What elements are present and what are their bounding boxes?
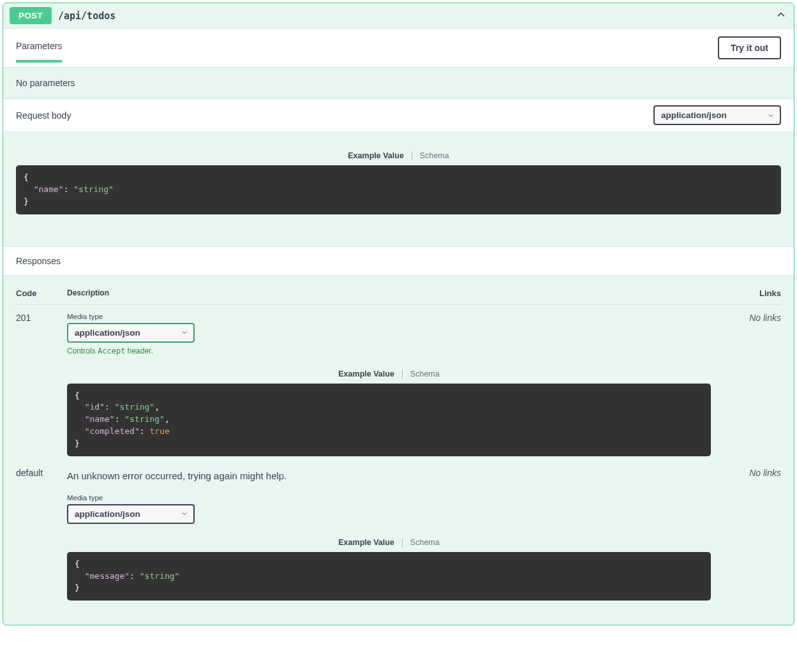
code-string: "string" [73, 184, 114, 194]
code-bool: true [149, 426, 169, 436]
response-201-tabs: Example Value Schema [67, 370, 711, 378]
response-default-tabs: Example Value Schema [67, 538, 711, 547]
note-code: Accept [98, 347, 125, 355]
no-parameters-text: No parameters [3, 67, 794, 99]
code-string: "string" [140, 571, 180, 581]
response-links: No links [711, 468, 781, 478]
responses-table-header: Code Description Links [16, 288, 781, 305]
request-example-code: { "name": "string" } [16, 165, 781, 214]
code-brace: { [75, 559, 80, 569]
request-body-label: Request body [16, 110, 71, 121]
response-201-example-code: { "id": "string", "name": "string", "com… [67, 384, 711, 456]
response-code: default [16, 468, 67, 478]
operation-header[interactable]: POST /api/todos [3, 3, 794, 28]
chevron-up-icon [775, 8, 787, 23]
operation-path: /api/todos [58, 10, 775, 22]
code-string: "string" [124, 414, 165, 424]
accept-header-note: Controls Accept header. [67, 347, 711, 355]
responses-label: Responses [16, 256, 61, 266]
note-pre: Controls [67, 347, 98, 355]
request-body-tabs: Example Value Schema [16, 151, 781, 160]
response-description-col: An unknown error occurred, trying again … [67, 468, 711, 601]
media-type-label: Media type [67, 313, 711, 320]
code-key: "message" [85, 571, 130, 581]
code-brace: } [75, 583, 80, 592]
media-type-value: application/json [75, 328, 140, 338]
tab-schema[interactable]: Schema [412, 151, 457, 160]
http-method-badge: POST [10, 7, 52, 24]
responses-table: Code Description Links 201 Media type ap… [3, 276, 794, 625]
request-body-area: Example Value Schema { "name": "string" … [3, 132, 794, 246]
content-type-select[interactable]: application/json [653, 105, 781, 125]
tab-example-value[interactable]: Example Value [340, 151, 412, 160]
code-string: "string" [115, 402, 155, 412]
code-brace: } [24, 197, 29, 206]
media-type-label: Media type [67, 494, 711, 502]
code-key: "name" [34, 184, 64, 194]
operation-block: POST /api/todos Parameters Try it out No… [3, 3, 794, 625]
tab-schema[interactable]: Schema [403, 370, 447, 378]
response-links: No links [711, 313, 781, 323]
media-type-value: application/json [75, 509, 140, 519]
code-key: "completed" [85, 426, 140, 436]
code-key: "id" [85, 402, 105, 412]
tab-example-value[interactable]: Example Value [331, 370, 403, 378]
media-type-select-default[interactable]: application/json [67, 504, 195, 524]
response-row-201: 201 Media type application/json Controls… [16, 313, 781, 456]
media-type-select-201[interactable]: application/json [67, 323, 195, 343]
response-code: 201 [16, 313, 67, 323]
code-brace: { [24, 172, 29, 182]
try-it-out-button[interactable]: Try it out [718, 36, 781, 59]
col-description: Description [67, 288, 711, 298]
response-row-default: default An unknown error occurred, tryin… [16, 468, 781, 601]
response-description-col: Media type application/json Controls Acc… [67, 313, 711, 456]
parameters-header: Parameters Try it out [3, 28, 794, 67]
code-key: "name" [85, 414, 115, 424]
parameters-tab[interactable]: Parameters [16, 41, 62, 63]
note-post: header. [125, 347, 153, 355]
col-links: Links [711, 288, 781, 298]
response-default-description: An unknown error occurred, trying again … [67, 470, 711, 481]
code-brace: { [75, 391, 80, 400]
responses-header: Responses [3, 246, 794, 276]
response-default-example-code: { "message": "string" } [67, 552, 711, 601]
tab-example-value[interactable]: Example Value [331, 538, 403, 547]
request-body-header: Request body application/json [3, 99, 794, 132]
tab-schema[interactable]: Schema [403, 538, 447, 547]
col-code: Code [16, 288, 67, 298]
code-brace: } [75, 438, 80, 448]
content-type-value: application/json [661, 110, 727, 120]
